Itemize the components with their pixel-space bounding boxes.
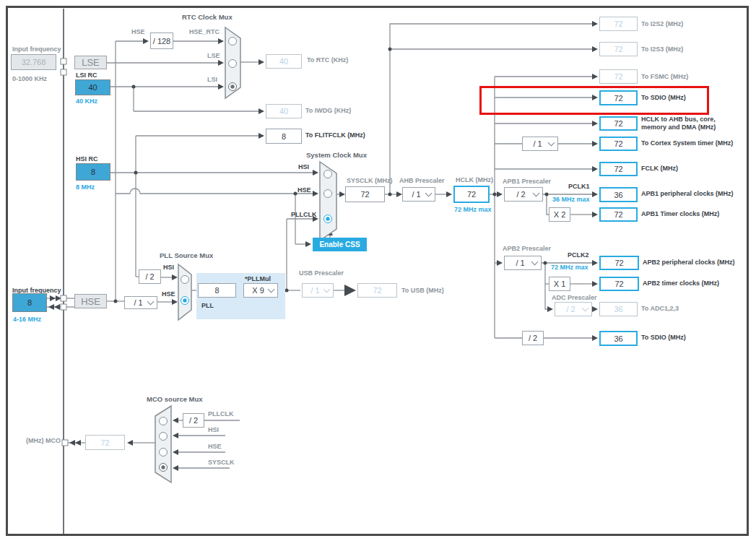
to-i2s3-label: To I2S3 (MHz) [641, 46, 683, 53]
mco-mux-radio-hsi[interactable] [160, 433, 168, 441]
apb1-prescaler-dropdown[interactable]: / 2 [504, 187, 543, 202]
sdio-div2-box: / 2 [522, 331, 544, 345]
rtc-mux-radio-lse[interactable] [229, 60, 237, 68]
to-sdio-label: To SDIO (MHz) [641, 94, 686, 101]
lsi-value-box[interactable]: 40 [75, 79, 110, 95]
sysclk-value-box: 72 [345, 186, 385, 202]
lsi-input-label: LSI [207, 76, 217, 83]
sysclk-label: SYSCLK (MHz) [347, 177, 393, 184]
hse-box: HSE [74, 294, 107, 308]
clock-configuration-diagram: Input frequency 32.768 0-1000 KHz LSE LS… [0, 0, 756, 541]
to-sdio2-label: To SDIO (MHz) [641, 334, 686, 341]
lse-frequency-box: 32.768 [11, 54, 56, 70]
apb1-timer-label: APB1 Timer clocks (MHz) [641, 210, 719, 217]
fclk-value-box[interactable]: 72 [599, 162, 638, 176]
ahb-prescaler-dropdown[interactable]: / 1 [402, 187, 435, 202]
mco-div2-box: / 2 [183, 413, 204, 428]
hse-rtc-input-label: HSE_RTC [189, 28, 220, 35]
mco-mux-radio-pllclk[interactable] [160, 417, 168, 425]
system-clock-mux-title: System Clock Mux [306, 151, 367, 159]
pll-mux-radio-hse[interactable] [181, 297, 189, 305]
pclk2-label: PCLK2 [568, 251, 589, 259]
i2s3-value-box: 72 [599, 42, 638, 56]
chevron-down-icon [268, 286, 275, 293]
usb-prescaler-label: USB Prescaler [299, 269, 344, 277]
mco-pllclk-label: PLLCLK [208, 410, 234, 417]
apb2-timer-value-box[interactable]: 72 [599, 277, 639, 291]
chevron-down-icon [531, 259, 539, 266]
sdio-value-box[interactable]: 72 [599, 90, 638, 105]
hclk-max-label: 72 MHz max [454, 206, 492, 213]
pll-source-mux-title: PLL Source Mux [160, 251, 213, 259]
mco-hse-label: HSE [208, 443, 222, 450]
hse-frequency-box[interactable]: 8 [12, 293, 47, 312]
chevron-down-icon [147, 298, 155, 306]
usb-prescaler-dropdown: / 1 [302, 283, 334, 298]
hse-range-label: 4-16 MHz [13, 316, 41, 323]
hsi-value-box[interactable]: 8 [76, 163, 110, 181]
chevron-down-icon [548, 139, 555, 147]
cortex-prescaler-dropdown[interactable]: / 1 [522, 137, 558, 151]
hclk-value-box[interactable]: 72 [453, 186, 490, 203]
sysmux-hse-label: HSE [297, 186, 311, 194]
apb1-periph-value-box[interactable]: 36 [599, 187, 638, 202]
apb2-timer-mul-box: X 1 [549, 277, 570, 291]
apb2-timer-label: APB2 timer clocks (MHz) [643, 280, 719, 287]
pll-input-value-box: 8 [198, 283, 236, 298]
chevron-down-icon [425, 190, 433, 197]
lse-input-label: LSE [207, 52, 220, 59]
to-iwdg-label: To IWDG (KHz) [305, 107, 351, 114]
hsi-rc-label: HSI RC [76, 155, 98, 163]
pclk2-max-label: 72 MHz max [551, 264, 588, 271]
sys-mux-radio-hsi[interactable] [324, 170, 332, 178]
lse-range-label: 0-1000 KHz [12, 75, 47, 82]
fsmc-value-box: 72 [599, 69, 638, 84]
mco-sysclk-label: SYSCLK [208, 459, 235, 466]
rtc-mux-radio-lsi[interactable] [229, 83, 237, 91]
sys-mux-radio-pllclk[interactable] [324, 215, 332, 223]
hclk-ahb-label-line1: HCLK to AHB bus, core, [641, 116, 716, 123]
mco-mux-radio-hse[interactable] [160, 449, 168, 456]
pclk1-max-label: 36 MHz max [552, 196, 590, 203]
pll-mux-radio-hsi[interactable] [181, 276, 189, 284]
mco-hsi-label: HSI [208, 426, 219, 433]
sdio2-value-box[interactable]: 36 [599, 331, 638, 346]
hse-tap-label: HSE [131, 28, 145, 35]
adc-value-box: 36 [599, 302, 638, 316]
lse-box: LSE [74, 56, 107, 69]
i2s2-value-box: 72 [599, 17, 638, 31]
to-i2s2-label: To I2S2 (MHz) [641, 20, 683, 27]
to-flitfclk-label: To FLITFCLK (MHz) [305, 131, 365, 139]
enable-css-button[interactable]: Enable CSS [313, 238, 367, 251]
hclk-ahb-label-line2: memory and DMA (MHz) [641, 124, 716, 131]
apb2-prescaler-dropdown[interactable]: / 1 [504, 256, 542, 270]
mco-value-box: 72 [85, 435, 125, 450]
sys-mux-radio-hse[interactable] [324, 190, 332, 198]
fclk-label: FCLK (MHz) [641, 165, 678, 172]
lse-input-frequency-label: Input frequency [12, 46, 61, 53]
lsi-rc-label: LSI RC [76, 72, 97, 79]
adc-prescaler-label: ADC Prescaler [552, 294, 597, 301]
apb1-timer-value-box[interactable]: 72 [599, 207, 638, 222]
adc-prescaler-dropdown: / 2 [555, 302, 592, 316]
hclk-ahb-value-box[interactable]: 72 [599, 116, 638, 131]
cortex-value-box[interactable]: 72 [599, 137, 638, 151]
ahb-prescaler-label: AHB Prescaler [399, 177, 445, 184]
pllmul-dropdown[interactable]: X 9 [243, 283, 278, 298]
apb2-periph-label: APB2 peripheral clocks (MHz) [643, 259, 735, 266]
sysmux-pllclk-label: PLLCLK [291, 211, 317, 218]
chevron-down-icon [533, 190, 540, 197]
rtc-mux-radio-hse-rtc[interactable] [229, 38, 237, 46]
to-cortex-label: To Cortex System timer (MHz) [641, 139, 733, 147]
pll-source-mux-shape [178, 264, 191, 320]
hse-divider-dropdown[interactable]: / 1 [124, 296, 157, 309]
hse-div128-box: / 128 [150, 33, 173, 49]
to-adc-label: To ADC1,2,3 [641, 305, 679, 312]
to-fsmc-label: To FSMC (MHz) [641, 73, 688, 80]
mco-output-label: (MHz) MCO [26, 437, 61, 444]
apb2-periph-value-box[interactable]: 72 [599, 256, 639, 270]
pll-hsi-div2-box: / 2 [139, 269, 161, 284]
pllmux-hse-label: HSE [162, 290, 175, 298]
apb2-prescaler-label: APB2 Prescaler [503, 245, 551, 252]
mco-mux-radio-sysclk[interactable] [160, 464, 168, 472]
